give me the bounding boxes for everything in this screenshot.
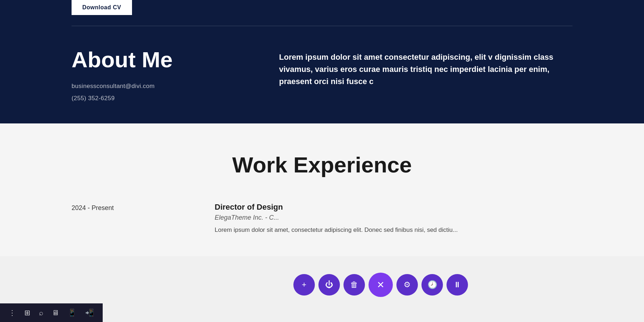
work-role: Director of Design bbox=[215, 203, 572, 212]
about-description: Lorem ipsum dolor sit amet consectetur a… bbox=[279, 51, 572, 88]
work-entry: 2024 - Present Director of Design ElegaT… bbox=[72, 203, 572, 235]
bottom-toolbar: ⋮ ⊞ ⌕ 🖥 📱 📲 bbox=[0, 303, 103, 322]
about-phone: (255) 352-6259 bbox=[72, 95, 208, 102]
menu-icon[interactable]: ⋮ bbox=[9, 308, 16, 317]
search-icon[interactable]: ⌕ bbox=[39, 309, 43, 317]
mobile-icon[interactable]: 📲 bbox=[85, 308, 94, 317]
settings-fab[interactable]: ⚙ bbox=[396, 274, 418, 296]
dark-hero-section: Download CV About Me businessconsultant@… bbox=[0, 0, 644, 123]
power-fab[interactable]: ⏻ bbox=[318, 274, 340, 296]
download-area: Download CV bbox=[0, 0, 644, 26]
about-section: About Me businessconsultant@divi.com (25… bbox=[0, 48, 644, 102]
work-experience-section: Work Experience 2024 - Present Director … bbox=[0, 123, 644, 256]
work-details: Director of Design ElegaTheme Inc. - C..… bbox=[215, 203, 572, 235]
download-cv-button[interactable]: Download CV bbox=[72, 0, 132, 15]
about-email: businessconsultant@divi.com bbox=[72, 83, 208, 90]
stats-fab[interactable]: ⏸ bbox=[447, 274, 468, 296]
floating-actions: + ⏻ 🗑 ✕ ⚙ 🕗 ⏸ bbox=[293, 273, 468, 297]
work-description: Lorem ipsum dolor sit amet, consectetur … bbox=[215, 225, 572, 235]
section-divider bbox=[72, 26, 572, 26]
about-right-column: Lorem ipsum dolor sit amet consectetur a… bbox=[279, 48, 572, 88]
work-experience-title: Work Experience bbox=[72, 152, 572, 177]
desktop-icon[interactable]: 🖥 bbox=[52, 309, 59, 317]
close-fab[interactable]: ✕ bbox=[369, 273, 393, 297]
history-fab[interactable]: 🕗 bbox=[421, 274, 443, 296]
tablet-icon[interactable]: 📱 bbox=[68, 308, 77, 317]
about-left-column: About Me businessconsultant@divi.com (25… bbox=[72, 48, 208, 102]
grid-icon[interactable]: ⊞ bbox=[24, 308, 30, 317]
about-title: About Me bbox=[72, 48, 208, 72]
work-company: ElegaTheme Inc. - C... bbox=[215, 214, 572, 221]
work-date: 2024 - Present bbox=[72, 203, 143, 212]
add-fab[interactable]: + bbox=[293, 274, 315, 296]
trash-fab[interactable]: 🗑 bbox=[343, 274, 365, 296]
